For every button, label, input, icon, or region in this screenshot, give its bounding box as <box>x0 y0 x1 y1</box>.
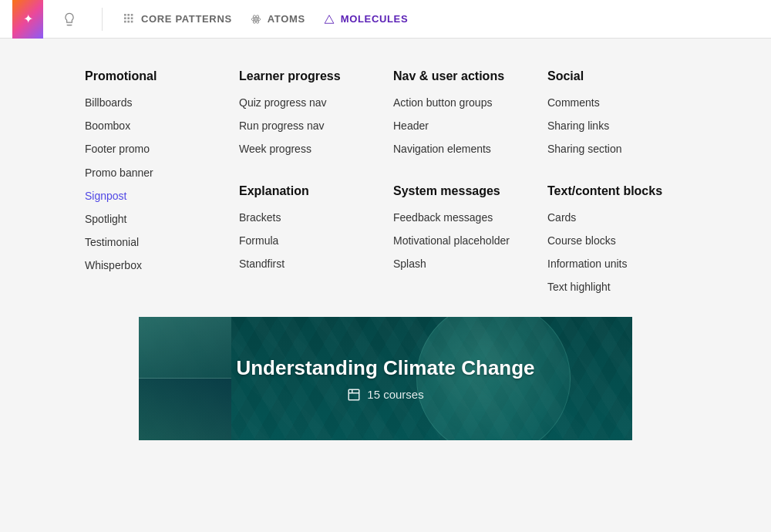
svg-rect-6 <box>131 17 133 19</box>
text-content-blocks-title: Text/content blocks <box>547 184 686 198</box>
link-footer-promo[interactable]: Footer promo <box>85 142 224 156</box>
explanation-title: Explanation <box>239 184 378 198</box>
triangle-icon <box>324 14 335 25</box>
link-brackets[interactable]: Brackets <box>239 210 378 224</box>
svg-rect-1 <box>124 14 126 16</box>
system-messages-title: System messages <box>393 184 532 198</box>
link-spotlight[interactable]: Spotlight <box>85 212 224 226</box>
atom-icon <box>251 14 261 25</box>
menu-section-nav-user: Nav & user actions Action button groups … <box>393 69 532 294</box>
top-navigation: ✦ CORE PATTERNS ATOMS MOLECULES <box>0 0 771 39</box>
link-sharing-section[interactable]: Sharing section <box>547 142 686 156</box>
logo[interactable]: ✦ <box>12 0 43 39</box>
learner-progress-title: Learner progress <box>239 69 378 83</box>
link-information-units[interactable]: Information units <box>547 257 686 271</box>
atoms-label: ATOMS <box>268 13 305 25</box>
link-cards[interactable]: Cards <box>547 210 686 224</box>
learner-progress-items: Quiz progress nav Run progress nav Week … <box>239 96 378 157</box>
link-run-progress-nav[interactable]: Run progress nav <box>239 119 378 133</box>
menu-section-promotional: Promotional Billboards Boombox Footer pr… <box>85 69 224 294</box>
link-splash[interactable]: Splash <box>393 257 532 271</box>
link-comments[interactable]: Comments <box>547 96 686 109</box>
link-navigation-elements[interactable]: Navigation elements <box>393 142 532 156</box>
svg-point-10 <box>255 18 257 19</box>
link-sharing-links[interactable]: Sharing links <box>547 119 686 133</box>
courses-icon <box>347 388 361 402</box>
link-testimonial[interactable]: Testimonial <box>85 235 224 249</box>
menu-section-learner-progress: Learner progress Quiz progress nav Run p… <box>239 69 378 294</box>
social-items: Comments Sharing links Sharing section <box>547 96 686 157</box>
link-motivational-placeholder[interactable]: Motivational placeholder <box>393 234 532 247</box>
banner-content: Understanding Climate Change 15 courses <box>236 356 534 402</box>
system-messages-items: Feedback messages Motivational placehold… <box>393 210 532 271</box>
bulb-icon-button[interactable] <box>56 5 83 33</box>
logo-icon: ✦ <box>23 12 33 26</box>
nav-item-atoms[interactable]: ATOMS <box>241 0 315 39</box>
promotional-items: Billboards Boombox Footer promo Promo ba… <box>85 96 224 273</box>
main-content: Promotional Billboards Boombox Footer pr… <box>0 39 771 532</box>
core-patterns-label: CORE PATTERNS <box>141 13 232 25</box>
svg-rect-5 <box>127 17 130 19</box>
explanation-items: Brackets Formula Standfirst <box>239 210 378 271</box>
courses-count: 15 courses <box>367 388 423 401</box>
svg-rect-9 <box>131 20 133 22</box>
text-content-blocks-items: Cards Course blocks Information units Te… <box>547 210 686 295</box>
link-boombox[interactable]: Boombox <box>85 119 224 133</box>
link-promo-banner[interactable]: Promo banner <box>85 166 224 180</box>
menu-grid: Promotional Billboards Boombox Footer pr… <box>0 39 771 317</box>
nav-user-items: Action button groups Header Navigation e… <box>393 96 532 157</box>
nav-user-title: Nav & user actions <box>393 69 532 83</box>
svg-rect-3 <box>131 14 133 16</box>
social-title: Social <box>547 69 686 83</box>
nav-item-molecules[interactable]: MOLECULES <box>315 0 417 39</box>
link-text-highlight[interactable]: Text highlight <box>547 280 686 294</box>
bulb-icon <box>62 12 77 27</box>
svg-rect-8 <box>127 20 130 22</box>
banner-title: Understanding Climate Change <box>236 356 534 380</box>
molecules-label: MOLECULES <box>341 13 408 25</box>
svg-point-11 <box>251 17 261 21</box>
banner-subtitle: 15 courses <box>236 388 534 402</box>
banner-area: Understanding Climate Change 15 courses <box>0 317 771 532</box>
menu-section-social-text: Social Comments Sharing links Sharing se… <box>547 69 686 294</box>
link-week-progress[interactable]: Week progress <box>239 142 378 156</box>
link-header[interactable]: Header <box>393 119 532 133</box>
link-quiz-progress-nav[interactable]: Quiz progress nav <box>239 96 378 109</box>
link-signpost[interactable]: Signpost <box>85 189 224 203</box>
promotional-title: Promotional <box>85 69 224 83</box>
svg-rect-7 <box>124 20 126 22</box>
link-standfirst[interactable]: Standfirst <box>239 257 378 271</box>
link-whisperbox[interactable]: Whisperbox <box>85 258 224 272</box>
link-billboards[interactable]: Billboards <box>85 96 224 109</box>
link-action-button-groups[interactable]: Action button groups <box>393 96 532 109</box>
svg-rect-4 <box>124 17 126 19</box>
nav-divider <box>102 8 103 31</box>
svg-marker-14 <box>325 15 334 23</box>
grid-icon <box>124 14 135 25</box>
nav-item-core-patterns[interactable]: CORE PATTERNS <box>115 0 241 39</box>
promo-banner: Understanding Climate Change 15 courses <box>139 317 632 440</box>
link-formula[interactable]: Formula <box>239 234 378 247</box>
link-feedback-messages[interactable]: Feedback messages <box>393 210 532 224</box>
link-course-blocks[interactable]: Course blocks <box>547 234 686 247</box>
svg-rect-15 <box>349 389 360 400</box>
svg-rect-2 <box>127 14 130 16</box>
